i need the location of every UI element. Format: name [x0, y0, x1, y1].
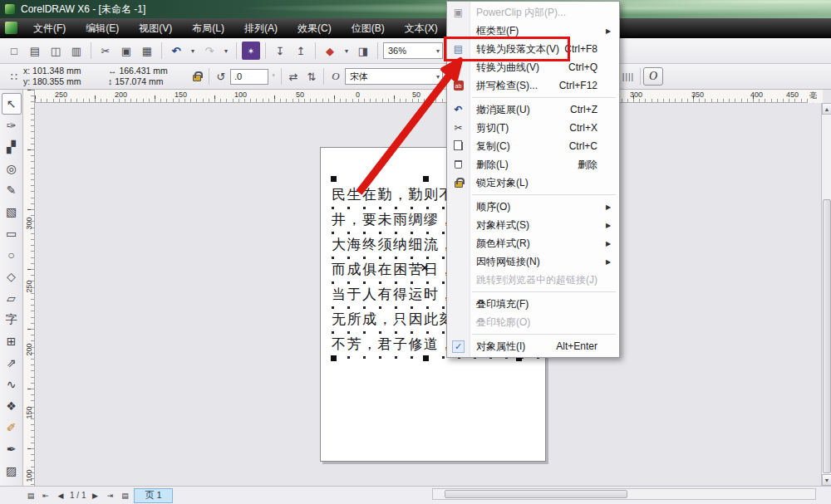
next-page-button[interactable]: ▶ [89, 492, 101, 500]
text-tool[interactable]: 字 [2, 309, 22, 330]
h-ruler-label: 150 [175, 91, 187, 99]
smart-fill-tool[interactable]: ▧ [2, 201, 22, 223]
last-page-button[interactable]: ⇥ [104, 492, 116, 500]
table-tool[interactable]: ⊞ [2, 330, 22, 352]
menu-item-overprint-fill[interactable]: 叠印填充(F) [447, 295, 619, 313]
mirror-horizontal-button[interactable]: ⇄ [284, 67, 302, 86]
new-document-button[interactable]: □ [5, 42, 23, 60]
vertical-scrollbar[interactable]: ▲ ▼ [821, 103, 831, 486]
redo-button[interactable]: ↷ [200, 42, 219, 60]
export-button[interactable]: ↥ [292, 42, 310, 60]
outline-pen-tool[interactable]: ✒ [2, 438, 22, 460]
v-ruler-label: 150 [25, 406, 33, 418]
vertical-scroll-thumb[interactable] [823, 199, 831, 473]
menu-item-color-styles[interactable]: 颜色样式(R) ▶ [447, 234, 619, 252]
welcome-screen-button[interactable]: ◨ [354, 42, 372, 60]
mirror-vertical-button[interactable]: ⇅ [302, 67, 321, 86]
scroll-down-icon[interactable]: ▼ [822, 474, 831, 486]
save-button[interactable]: ◫ [47, 42, 65, 60]
vertical-text-button[interactable]: |||| [619, 67, 637, 86]
rotation-angle-field[interactable]: .0 [230, 69, 268, 85]
menu-item-internet-links[interactable]: 因特网链接(N) ▶ [447, 252, 619, 271]
blend-tool[interactable]: ❖ [2, 395, 22, 417]
x-position-field[interactable]: 101.348 mm [32, 66, 84, 76]
scroll-up-icon[interactable]: ▲ [822, 103, 831, 115]
paste-button[interactable]: ▦ [138, 42, 156, 60]
menu-file[interactable]: 文件(F) [24, 18, 75, 38]
menu-edit[interactable]: 编辑(E) [76, 18, 128, 38]
menu-layout[interactable]: 布局(L) [183, 18, 234, 38]
outline-settings-button[interactable]: O [643, 67, 663, 86]
open-button[interactable]: ▤ [26, 42, 44, 60]
menu-item-object-properties[interactable]: ✓ 对象属性(I) Alt+Enter [447, 337, 619, 355]
toolbar-separator [91, 42, 91, 59]
shape-tool[interactable]: ✑ [2, 115, 22, 136]
menu-item-powerclip-inside[interactable]: ▣ PowerClip 内部(P)... [447, 3, 619, 22]
menu-text[interactable]: 文本(X) [396, 18, 447, 38]
undo-button[interactable]: ↶ [167, 42, 185, 60]
horizontal-scrollbar[interactable] [432, 488, 816, 500]
menu-item-jump-to-hyperlink[interactable]: 跳转到浏览器中的超链接(J) [447, 271, 619, 289]
toolbox: ↖ ✑ ▞ ◎ ✎ ▧ ▭ ○ ◇ ▱ 字 ⊞ ⇗ ∿ ❖ ✐ ✒ ▨ ◪ [0, 90, 23, 504]
previous-page-button[interactable]: ◀ [55, 492, 66, 500]
cut-button[interactable]: ✂ [96, 42, 115, 60]
menu-item-copy[interactable]: 复制(C) Ctrl+C [447, 137, 619, 155]
pick-tool[interactable]: ↖ [2, 93, 22, 115]
selection-handle-bottom-left[interactable] [331, 355, 337, 361]
menu-item-object-styles[interactable]: 对象样式(S) ▶ [447, 216, 619, 234]
connector-tool[interactable]: ∿ [2, 374, 22, 395]
menu-arrange[interactable]: 排列(A) [235, 18, 287, 38]
height-field[interactable]: 157.074 mm [115, 76, 166, 87]
width-field[interactable]: 166.431 mm [119, 66, 170, 76]
lock-ratio-button[interactable] [188, 67, 206, 86]
dimension-tool[interactable]: ⇗ [2, 352, 22, 374]
fill-tool[interactable]: ▨ [2, 460, 22, 482]
object-size-fields[interactable]: ↔ 166.431 mm ↕ 157.074 mm [108, 66, 188, 87]
add-page-button[interactable]: ▤ [119, 492, 130, 500]
powerclip-icon: ▣ [447, 7, 470, 18]
menu-bitmaps[interactable]: 位图(B) [342, 18, 394, 38]
search-content-button[interactable]: ✶ [242, 42, 260, 60]
rotate-icon: ↺ [212, 67, 230, 86]
font-symbol-icon: O [327, 67, 345, 86]
menu-view[interactable]: 视图(V) [130, 18, 181, 38]
crop-tool[interactable]: ▞ [2, 136, 22, 158]
polygon-tool[interactable]: ◇ [2, 266, 22, 287]
selection-handle-top-left[interactable] [331, 176, 337, 182]
object-position-fields[interactable]: x: 101.348 mm y: 180.355 mm [23, 66, 108, 87]
zoom-level-combo[interactable]: 36% ▾ [383, 42, 443, 59]
import-button[interactable]: ↧ [271, 42, 289, 60]
basic-shapes-tool[interactable]: ▱ [2, 287, 22, 309]
vertical-ruler[interactable]: 300 250 200 150 100 50 [23, 90, 35, 487]
menu-item-cut[interactable]: ✂ 剪切(T) Ctrl+X [447, 119, 619, 137]
menu-item-lock-object[interactable]: 锁定对象(L) [447, 174, 619, 192]
font-list-combo[interactable]: 宋体 ▾ [345, 68, 443, 85]
y-position-field[interactable]: 180.355 mm [32, 76, 84, 87]
copy-button[interactable]: ▣ [117, 42, 135, 60]
application-launcher-button[interactable]: ◆ [321, 42, 339, 60]
menu-item-delete[interactable]: 删除(L) 删除 [447, 155, 619, 174]
first-page-button[interactable]: ⇤ [40, 492, 52, 500]
horizontal-ruler[interactable]: 250 200 150 100 50 0 50 300 350 400 450 … [35, 90, 823, 103]
drawing-canvas[interactable]: 民生在勤，勤则不匮，好问则裕 井，要未雨绸缪，宜趁有日思无 大海终须纳细流，到此… [35, 103, 821, 486]
menu-item-order[interactable]: 顺序(O) ▶ [447, 198, 619, 216]
menu-item-spell-check[interactable]: ab 拼写检查(S)... Ctrl+F12 [447, 76, 619, 95]
h-ruler-label: 100 [234, 91, 247, 99]
print-button[interactable]: ▥ [67, 42, 86, 60]
eyedropper-tool[interactable]: ✐ [2, 417, 22, 438]
rectangle-tool[interactable]: ▭ [2, 223, 22, 244]
selection-handle-top-middle[interactable] [423, 176, 429, 182]
menu-item-undo-stretch[interactable]: ↶ 撤消延展(U) Ctrl+Z [447, 100, 619, 119]
menu-effects[interactable]: 效果(C) [288, 18, 341, 38]
launcher-dropdown[interactable]: ▾ [342, 42, 352, 60]
horizontal-scroll-thumb[interactable] [445, 490, 627, 498]
redo-dropdown[interactable]: ▾ [221, 42, 231, 60]
undo-dropdown[interactable]: ▾ [188, 42, 198, 60]
menu-item-overprint-outline[interactable]: 叠印轮廓(O) [447, 313, 619, 331]
page-tab-1[interactable]: 页 1 [134, 488, 172, 503]
selection-handle-bottom-middle[interactable] [423, 355, 429, 361]
zoom-tool[interactable]: ◎ [2, 158, 22, 179]
ellipse-tool[interactable]: ○ [2, 244, 22, 266]
v-ruler-label: 100 [25, 469, 33, 482]
freehand-tool[interactable]: ✎ [2, 179, 22, 201]
